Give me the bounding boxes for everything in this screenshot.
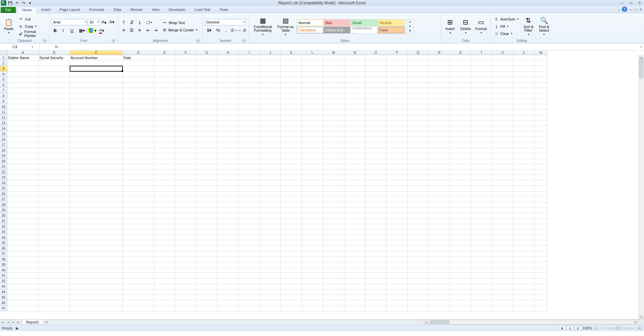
row-header-4[interactable]: 4 bbox=[0, 72, 7, 77]
column-header-J[interactable]: J bbox=[260, 50, 281, 55]
cell-K7[interactable] bbox=[281, 88, 302, 93]
tab-view[interactable]: View bbox=[147, 7, 164, 13]
cell-Q21[interactable] bbox=[408, 164, 429, 170]
cell-H14[interactable] bbox=[218, 126, 239, 132]
cell-H35[interactable] bbox=[218, 240, 239, 246]
row-header-10[interactable]: 10 bbox=[0, 104, 7, 110]
cell-T46[interactable] bbox=[471, 300, 492, 306]
cell-I25[interactable] bbox=[239, 186, 260, 191]
row-header-31[interactable]: 31 bbox=[0, 218, 7, 224]
cell-B47[interactable] bbox=[39, 306, 70, 311]
cell-L25[interactable] bbox=[302, 186, 323, 191]
cell-G27[interactable] bbox=[196, 197, 218, 202]
cell-L1[interactable] bbox=[302, 55, 323, 61]
align-bottom-icon[interactable]: ⭳ bbox=[136, 19, 143, 26]
zoom-slider-knob[interactable] bbox=[617, 326, 619, 330]
cell-K27[interactable] bbox=[281, 197, 302, 202]
cell-W44[interactable] bbox=[534, 289, 548, 295]
cell-S27[interactable] bbox=[450, 197, 471, 202]
cell-M10[interactable] bbox=[323, 104, 344, 110]
cell-C42[interactable] bbox=[70, 279, 123, 284]
cell-W22[interactable] bbox=[534, 170, 548, 175]
cell-L45[interactable] bbox=[302, 295, 323, 300]
cell-C11[interactable] bbox=[70, 110, 123, 115]
cell-K13[interactable] bbox=[281, 120, 302, 126]
cell-C15[interactable] bbox=[70, 131, 123, 137]
cell-M26[interactable] bbox=[323, 191, 344, 197]
cell-F14[interactable] bbox=[175, 126, 196, 132]
cell-I21[interactable] bbox=[239, 164, 260, 170]
cell-Q35[interactable] bbox=[408, 240, 429, 246]
cell-Q30[interactable] bbox=[408, 213, 429, 219]
cell-I2[interactable] bbox=[239, 61, 260, 66]
cell-F4[interactable] bbox=[175, 72, 196, 77]
cell-E31[interactable] bbox=[154, 218, 175, 224]
cell-G30[interactable] bbox=[196, 213, 218, 219]
cell-J33[interactable] bbox=[260, 229, 281, 235]
cell-P39[interactable] bbox=[387, 262, 408, 268]
cell-O25[interactable] bbox=[365, 186, 387, 191]
cell-Q25[interactable] bbox=[408, 186, 429, 191]
align-left-icon[interactable]: ≡ bbox=[120, 27, 127, 34]
cell-S39[interactable] bbox=[450, 262, 471, 268]
cell-B34[interactable] bbox=[39, 235, 70, 241]
cell-L10[interactable] bbox=[302, 104, 323, 110]
column-header-V[interactable]: V bbox=[513, 50, 534, 55]
cell-S5[interactable] bbox=[450, 77, 471, 83]
column-header-M[interactable]: M bbox=[323, 50, 344, 55]
cell-W30[interactable] bbox=[534, 213, 548, 219]
cell-A19[interactable] bbox=[7, 153, 39, 159]
cell-J46[interactable] bbox=[260, 300, 281, 306]
select-all-corner[interactable] bbox=[0, 50, 7, 55]
cell-Q10[interactable] bbox=[408, 104, 429, 110]
cell-A32[interactable] bbox=[7, 224, 39, 230]
cell-V34[interactable] bbox=[513, 235, 534, 241]
cell-A37[interactable] bbox=[7, 251, 39, 257]
cell-P30[interactable] bbox=[387, 213, 408, 219]
cell-R41[interactable] bbox=[429, 273, 450, 279]
cell-H7[interactable] bbox=[218, 88, 239, 93]
close-button[interactable]: ✕ bbox=[636, 0, 643, 5]
cell-T4[interactable] bbox=[471, 72, 492, 77]
cell-S24[interactable] bbox=[450, 181, 471, 186]
cut-button[interactable]: ✂Cut bbox=[17, 16, 47, 22]
cell-I42[interactable] bbox=[239, 279, 260, 284]
cell-S25[interactable] bbox=[450, 186, 471, 191]
cell-K19[interactable] bbox=[281, 153, 302, 159]
cell-G24[interactable] bbox=[196, 181, 218, 186]
cell-K11[interactable] bbox=[281, 110, 302, 115]
restore-button[interactable]: ▭ bbox=[627, 0, 634, 5]
cell-K24[interactable] bbox=[281, 181, 302, 186]
cell-B3[interactable] bbox=[39, 66, 70, 72]
cell-J25[interactable] bbox=[260, 186, 281, 191]
row-header-11[interactable]: 11 bbox=[0, 110, 7, 115]
cell-T43[interactable] bbox=[471, 284, 492, 289]
cell-M17[interactable] bbox=[323, 142, 344, 148]
cell-W42[interactable] bbox=[534, 279, 548, 284]
row-header-43[interactable]: 43 bbox=[0, 284, 7, 289]
cell-S36[interactable] bbox=[450, 246, 471, 252]
cell-E20[interactable] bbox=[154, 159, 175, 164]
cell-L36[interactable] bbox=[302, 246, 323, 252]
cell-S45[interactable] bbox=[450, 295, 471, 300]
cell-R1[interactable] bbox=[429, 55, 450, 61]
cell-B18[interactable] bbox=[39, 148, 70, 153]
cell-K46[interactable] bbox=[281, 300, 302, 306]
cell-A13[interactable] bbox=[7, 120, 39, 126]
cell-N19[interactable] bbox=[344, 153, 365, 159]
cell-H36[interactable] bbox=[218, 246, 239, 252]
cell-T18[interactable] bbox=[471, 148, 492, 153]
row-header-46[interactable]: 46 bbox=[0, 300, 7, 306]
cell-J19[interactable] bbox=[260, 153, 281, 159]
cell-A24[interactable] bbox=[7, 181, 39, 186]
cell-W18[interactable] bbox=[534, 148, 548, 153]
cell-P2[interactable] bbox=[387, 61, 408, 66]
cell-J20[interactable] bbox=[260, 159, 281, 164]
cell-I38[interactable] bbox=[239, 257, 260, 262]
cell-U37[interactable] bbox=[492, 251, 513, 257]
cell-W37[interactable] bbox=[534, 251, 548, 257]
cell-M13[interactable] bbox=[323, 120, 344, 126]
tab-review[interactable]: Review bbox=[126, 7, 147, 13]
sort-filter-button[interactable]: ⇅Sort & Filter▾ bbox=[521, 16, 535, 37]
cell-V35[interactable] bbox=[513, 240, 534, 246]
